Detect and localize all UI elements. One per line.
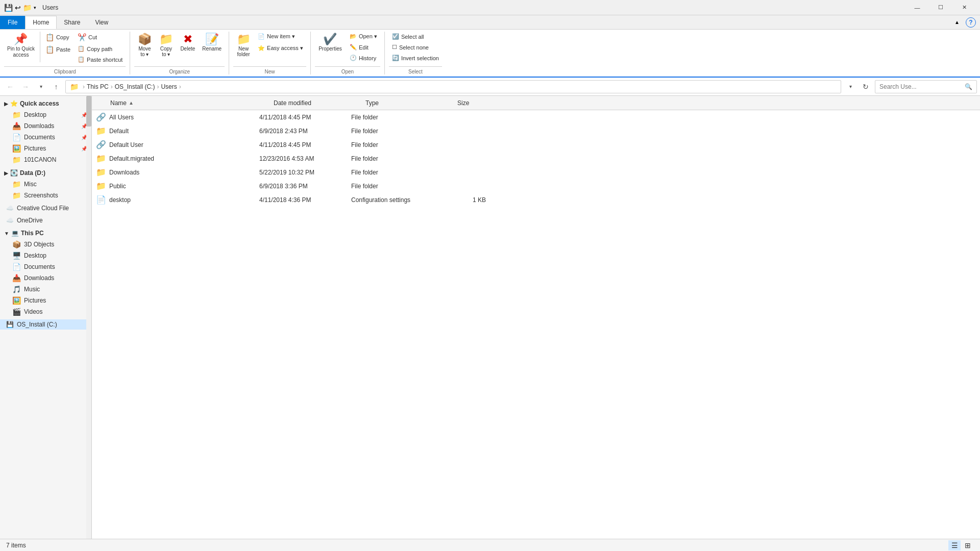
- dropdown-button[interactable]: ▾: [34, 80, 48, 94]
- file-type: File folder: [351, 114, 443, 121]
- table-row[interactable]: 🔗 All Users 4/11/2018 4:45 PM File folde…: [92, 110, 980, 124]
- copy-path-icon: 📋: [78, 45, 85, 52]
- search-input[interactable]: [879, 83, 965, 90]
- search-box[interactable]: 🔍: [875, 80, 977, 93]
- refresh-button[interactable]: ↻: [859, 80, 873, 94]
- address-path[interactable]: 📁 › This PC › OS_Install (C:) › Users ›: [65, 80, 841, 93]
- up-button[interactable]: ↑: [49, 80, 63, 94]
- copy-to-icon: 📁: [159, 34, 173, 45]
- tab-home[interactable]: Home: [25, 16, 57, 29]
- scrollbar-track[interactable]: [86, 96, 91, 539]
- table-row[interactable]: 🔗 Default User 4/11/2018 4:45 PM File fo…: [92, 138, 980, 152]
- sidebar-item-desktop-qa[interactable]: 📁 Desktop 📌: [0, 109, 91, 120]
- sidebar-item-misc[interactable]: 📁 Misc: [0, 179, 91, 190]
- invert-selection-button[interactable]: 🔄 Invert selection: [389, 53, 442, 63]
- path-users[interactable]: Users: [161, 83, 177, 90]
- sidebar-item-creative-cloud[interactable]: ☁️ Creative Cloud File: [0, 203, 91, 213]
- open-button[interactable]: 📂 Open ▾: [347, 32, 380, 41]
- close-button[interactable]: ✕: [952, 0, 976, 15]
- col-header-modified[interactable]: Date modified: [270, 97, 361, 109]
- table-row[interactable]: 📁 Default.migrated 12/23/2016 4:53 AM Fi…: [92, 152, 980, 165]
- tab-share[interactable]: Share: [57, 16, 88, 29]
- help-button[interactable]: ?: [966, 17, 976, 28]
- quick-save-icon[interactable]: 💾: [4, 4, 13, 12]
- copy-button[interactable]: 📋 Copy: [42, 32, 74, 43]
- music-icon: 🎵: [12, 285, 21, 293]
- back-button[interactable]: ←: [3, 80, 17, 94]
- copy-path-button[interactable]: 📋 Copy path: [75, 44, 126, 54]
- sidebar-item-pictures-qa[interactable]: 🖼️ Pictures 📌: [0, 143, 91, 154]
- minimize-button[interactable]: —: [905, 0, 929, 15]
- move-to-button[interactable]: 📦 Moveto ▾: [134, 32, 155, 62]
- sidebar-item-desktop-pc[interactable]: 🖥️ Desktop: [0, 250, 91, 261]
- select-all-button[interactable]: ☑️ Select all: [389, 32, 442, 41]
- select-none-icon: ☐: [392, 44, 397, 51]
- quick-access-header[interactable]: ▶ ⭐ Quick access: [0, 98, 91, 109]
- col-header-type[interactable]: Type: [361, 97, 453, 109]
- data-drive-header[interactable]: ▶ 💽 Data (D:): [0, 167, 91, 179]
- sidebar-item-101canon[interactable]: 📁 101CANON: [0, 154, 91, 165]
- table-row[interactable]: 📁 Default 6/9/2018 2:43 PM File folder: [92, 124, 980, 138]
- cut-button[interactable]: ✂️ Cut: [75, 32, 126, 43]
- history-icon: 🕐: [350, 55, 357, 61]
- table-row[interactable]: 📄 desktop 4/11/2018 4:36 PM Configuratio…: [92, 193, 980, 207]
- screenshots-icon: 📁: [12, 191, 21, 199]
- easy-access-button[interactable]: ⭐ Easy access ▾: [255, 43, 306, 53]
- properties-button[interactable]: ✔️ Properties: [315, 32, 346, 62]
- sidebar-item-music[interactable]: 🎵 Music: [0, 284, 91, 295]
- data-drive-section: ▶ 💽 Data (D:) 📁 Misc 📁 Screenshots: [0, 167, 91, 201]
- sidebar-item-documents-pc[interactable]: 📄 Documents: [0, 261, 91, 272]
- sidebar-item-screenshots[interactable]: 📁 Screenshots: [0, 190, 91, 201]
- rename-button[interactable]: 📝 Rename: [199, 32, 225, 62]
- file-size: 1 KB: [443, 196, 494, 204]
- delete-button[interactable]: ✖ Delete: [177, 32, 198, 62]
- paste-shortcut-button[interactable]: 📋 Paste shortcut: [75, 55, 126, 64]
- maximize-button[interactable]: ☐: [929, 0, 952, 15]
- sidebar-item-downloads-pc[interactable]: 📥 Downloads: [0, 272, 91, 284]
- col-header-name[interactable]: Name ▲: [106, 97, 270, 109]
- paste-button[interactable]: 📋 Paste: [42, 44, 74, 55]
- sidebar-item-3d-objects[interactable]: 📦 3D Objects: [0, 239, 91, 250]
- select-none-button[interactable]: ☐ Select none: [389, 42, 442, 52]
- path-os-install[interactable]: OS_Install (C:): [115, 83, 155, 90]
- computer-icon: 💻: [11, 230, 19, 237]
- this-pc-header[interactable]: ▼ 💻 This PC: [0, 228, 91, 239]
- copy-to-button[interactable]: 📁 Copyto ▾: [156, 32, 176, 62]
- path-this-pc[interactable]: This PC: [87, 83, 109, 90]
- view-buttons: ☰ ⊞: [948, 540, 974, 550]
- col-header-size[interactable]: Size: [453, 97, 504, 109]
- forward-button[interactable]: →: [18, 80, 33, 94]
- title-bar: 💾 ↩ 📁 ▾ Users — ☐ ✕: [0, 0, 980, 15]
- canon-icon: 📁: [12, 156, 21, 164]
- quick-undo-icon[interactable]: ↩: [15, 4, 21, 12]
- sidebar-item-pictures-pc[interactable]: 🖼️ Pictures: [0, 295, 91, 306]
- edit-button[interactable]: ✏️ Edit: [347, 42, 380, 52]
- ribbon-collapse-button[interactable]: ▲: [950, 17, 964, 27]
- table-row[interactable]: 📁 Downloads 5/22/2019 10:32 PM File fold…: [92, 165, 980, 179]
- scrollbar-thumb[interactable]: [86, 96, 91, 127]
- tab-file[interactable]: File: [0, 16, 25, 29]
- search-icon: 🔍: [965, 83, 972, 90]
- tab-view[interactable]: View: [88, 16, 116, 29]
- file-icon: 🔗: [96, 112, 106, 122]
- sort-icon: ▲: [129, 100, 134, 106]
- pictures-pc-icon: 🖼️: [12, 296, 21, 305]
- new-item-button[interactable]: 📄 New item ▾: [255, 32, 306, 41]
- details-view-button[interactable]: ☰: [948, 540, 961, 550]
- large-icons-view-button[interactable]: ⊞: [962, 540, 974, 550]
- sidebar-item-onedrive[interactable]: ☁️ OneDrive: [0, 215, 91, 226]
- dropdown-arrow-icon[interactable]: ▾: [34, 5, 36, 10]
- drive-icon: 💽: [10, 169, 18, 177]
- pin-to-quick-access-button[interactable]: 📌 Pin to Quickaccess: [4, 32, 38, 62]
- history-button[interactable]: 🕐 History: [347, 53, 380, 63]
- sidebar-item-downloads-qa[interactable]: 📥 Downloads 📌: [0, 120, 91, 132]
- properties-icon: ✔️: [323, 34, 337, 45]
- open-group: ✔️ Properties 📂 Open ▾ ✏️ Edit 🕐 History…: [311, 32, 385, 74]
- sidebar-item-documents-qa[interactable]: 📄 Documents 📌: [0, 132, 91, 143]
- organize-group: 📦 Moveto ▾ 📁 Copyto ▾ ✖ Delete 📝 Rename …: [130, 32, 229, 74]
- sidebar-item-os-install[interactable]: 💾 OS_Install (C:): [0, 319, 91, 330]
- table-row[interactable]: 📁 Public 6/9/2018 3:36 PM File folder: [92, 179, 980, 193]
- sidebar-item-videos[interactable]: 🎬 Videos: [0, 306, 91, 317]
- new-folder-button[interactable]: 📁 Newfolder: [233, 32, 254, 62]
- address-dropdown-button[interactable]: ▾: [843, 80, 857, 94]
